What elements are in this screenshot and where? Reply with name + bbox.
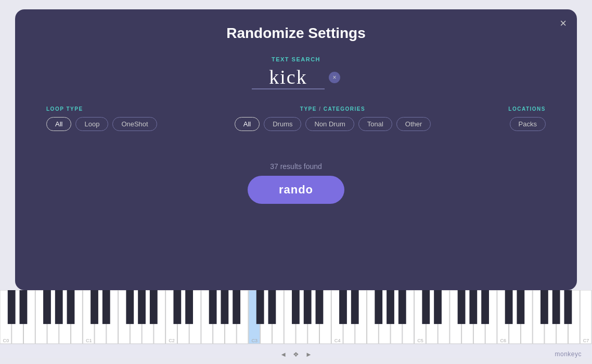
type-categories-group: TYPE / CATEGORIES All Drums Non Drum Ton… <box>235 106 431 131</box>
pill-locations-packs[interactable]: Packs <box>510 117 546 131</box>
search-input[interactable] <box>252 66 325 89</box>
piano-nav-left[interactable]: ◄ <box>280 350 287 358</box>
type-pills: All Drums Non Drum Tonal Other <box>235 117 431 131</box>
type-categories-label: TYPE / CATEGORIES <box>300 106 365 112</box>
pill-loop-all[interactable]: All <box>46 117 71 131</box>
filters-row: LOOP TYPE All Loop OneShot TYPE / CATEGO… <box>36 106 556 131</box>
loop-type-label: LOOP TYPE <box>46 106 83 112</box>
results-count: 37 results found <box>270 162 322 171</box>
piano-nav-icon: ❖ <box>293 350 299 358</box>
locations-label: LOCATIONS <box>508 106 546 112</box>
clear-search-button[interactable]: × <box>329 72 340 83</box>
piano-canvas[interactable] <box>0 290 592 345</box>
randomize-modal: × Randomize Settings TEXT SEARCH × LOOP … <box>15 9 577 290</box>
pill-type-other[interactable]: Other <box>396 117 431 131</box>
locations-pills: Packs <box>510 117 546 131</box>
pill-loop-oneshot[interactable]: OneShot <box>112 117 157 131</box>
modal-title: Randomize Settings <box>36 25 556 42</box>
text-search-section: TEXT SEARCH × <box>36 56 556 89</box>
results-section: 37 results found rando <box>36 162 556 204</box>
rando-button[interactable]: rando <box>248 176 344 204</box>
text-search-label: TEXT SEARCH <box>272 56 320 62</box>
pill-type-all[interactable]: All <box>235 117 260 131</box>
branding: monkeyc <box>555 350 582 358</box>
pill-loop-loop[interactable]: Loop <box>75 117 108 131</box>
loop-type-pills: All Loop OneShot <box>46 117 157 131</box>
pill-type-drums[interactable]: Drums <box>264 117 301 131</box>
piano-nav-right[interactable]: ► <box>305 350 312 358</box>
pill-type-nondrum[interactable]: Non Drum <box>305 117 354 131</box>
locations-group: LOCATIONS Packs <box>508 106 546 131</box>
pill-type-tonal[interactable]: Tonal <box>358 117 392 131</box>
piano-section: ◄ ❖ ► <box>0 290 592 358</box>
loop-type-group: LOOP TYPE All Loop OneShot <box>46 106 157 131</box>
search-input-wrapper: × <box>252 66 340 89</box>
piano-nav: ◄ ❖ ► <box>0 350 592 358</box>
close-button[interactable]: × <box>560 18 567 29</box>
